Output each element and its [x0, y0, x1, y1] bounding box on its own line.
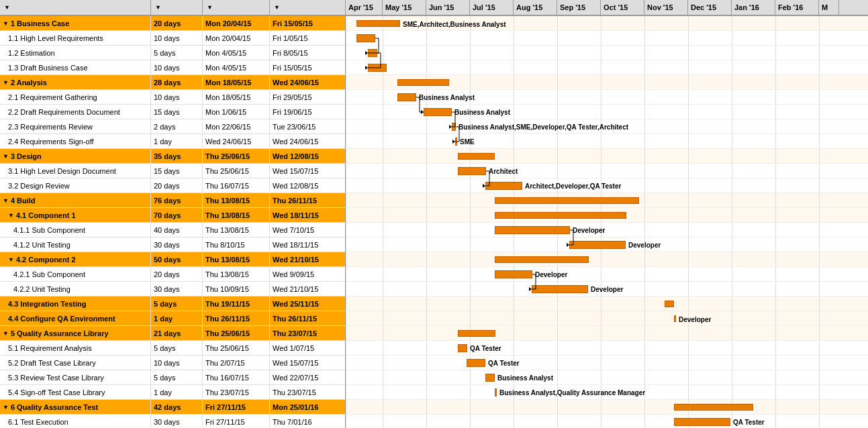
gantt-bar[interactable]: [665, 301, 674, 307]
gantt-bar[interactable]: SME,Architect,Business Analyst: [356, 20, 400, 27]
gantt-bar[interactable]: Business Analyst,SME,Developer,QA Tester…: [452, 123, 456, 131]
gantt-bar[interactable]: [458, 330, 495, 337]
task-row[interactable]: ▼ 4.2 Component 2 50 days Thu 13/08/15 W…: [0, 252, 345, 267]
task-row[interactable]: ▼ 2 Analysis 28 days Mon 18/05/15 Wed 24…: [0, 75, 345, 90]
cell-finish: Mon 25/01/16: [270, 400, 337, 414]
gantt-bar[interactable]: Developer: [674, 315, 676, 322]
gantt-bar[interactable]: QA Tester: [458, 344, 467, 352]
gantt-row: [346, 60, 868, 75]
gantt-bar[interactable]: [397, 79, 449, 86]
task-row[interactable]: 2.2 Draft Requirements Document 15 days …: [0, 105, 345, 119]
task-row[interactable]: 6.1 Test Execution 30 days Fri 27/11/15 …: [0, 415, 345, 428]
start-sort-icon[interactable]: ▼: [207, 4, 213, 11]
gantt-bar[interactable]: SME: [455, 138, 457, 146]
cell-finish: Thu 26/11/15: [270, 193, 337, 207]
grid-line: [819, 282, 820, 296]
gantt-bar[interactable]: Business Analyst: [485, 374, 495, 382]
task-row[interactable]: 4.2.1 Sub Component 20 days Thu 13/08/15…: [0, 267, 345, 282]
cell-start: Mon 20/04/15: [203, 31, 270, 45]
expand-icon[interactable]: ▼: [3, 330, 9, 337]
task-row[interactable]: ▼ 4.1 Component 1 70 days Thu 13/08/15 W…: [0, 208, 345, 223]
task-row[interactable]: 2.1 Requirement Gathering 10 days Mon 18…: [0, 90, 345, 105]
task-row[interactable]: 3.2 Design Review 20 days Thu 16/07/15 W…: [0, 178, 345, 193]
expand-icon[interactable]: ▼: [3, 153, 9, 160]
grid-line: [732, 60, 732, 74]
task-row[interactable]: 2.3 Requirements Review 2 days Mon 22/06…: [0, 119, 345, 134]
task-row[interactable]: ▼ 5 Quality Assurance Library 21 days Th…: [0, 326, 345, 341]
task-row[interactable]: 4.1.2 Unit Testing 30 days Thu 8/10/15 W…: [0, 237, 345, 252]
task-row[interactable]: 4.1.1 Sub Component 40 days Thu 13/08/15…: [0, 223, 345, 237]
task-row[interactable]: 4.2.2 Unit Testing 30 days Thu 10/09/15 …: [0, 282, 345, 297]
duration-value: 10 days: [154, 359, 180, 367]
duration-sort-icon[interactable]: ▼: [155, 4, 161, 11]
task-sort-icon[interactable]: ▼: [4, 4, 10, 11]
expand-icon[interactable]: ▼: [3, 79, 9, 86]
gantt-bar[interactable]: Developer: [569, 241, 626, 249]
expand-icon[interactable]: ▼: [8, 212, 14, 219]
cell-finish: Wed 15/07/15: [270, 164, 337, 178]
task-row[interactable]: 5.4 Sign-off Test Case Library 1 day Thu…: [0, 385, 345, 400]
expand-icon[interactable]: ▼: [3, 20, 9, 27]
task-row[interactable]: 4.3 Integration Testing 5 days Thu 19/11…: [0, 297, 345, 311]
grid-line: [557, 105, 558, 119]
gantt-bar[interactable]: QA Tester: [674, 418, 730, 426]
grid-line: [775, 415, 776, 428]
gantt-bar[interactable]: [495, 197, 639, 204]
col-duration-header[interactable]: ▼: [151, 0, 203, 15]
gantt-bar[interactable]: Architect: [458, 167, 486, 175]
grid-line: [644, 60, 645, 74]
start-value: Thu 13/08/15: [205, 197, 250, 205]
cell-task-name: 6.1 Test Execution: [0, 415, 151, 428]
task-row[interactable]: 3.1 High Level Design Document 15 days T…: [0, 164, 345, 178]
grid-line: [346, 356, 346, 370]
task-row[interactable]: 5.1 Requirement Analysis 5 days Thu 25/0…: [0, 341, 345, 356]
gantt-bar[interactable]: Developer: [495, 226, 570, 234]
task-row[interactable]: 5.3 Review Test Case Library 5 days Thu …: [0, 370, 345, 385]
cell-task-name: 4.1.1 Sub Component: [0, 223, 151, 237]
grid-line: [644, 75, 645, 89]
gantt-bar[interactable]: [458, 153, 495, 160]
expand-icon[interactable]: ▼: [3, 404, 9, 411]
task-row[interactable]: 1.3 Draft Business Case 10 days Mon 4/05…: [0, 60, 345, 75]
gantt-bar[interactable]: [674, 404, 753, 411]
grid-line: [775, 385, 776, 399]
gantt-bar[interactable]: [495, 212, 626, 219]
gantt-bar[interactable]: Business Analyst: [397, 93, 416, 101]
cell-duration: 30 days: [151, 282, 203, 296]
expand-icon[interactable]: ▼: [3, 197, 9, 204]
task-row[interactable]: 1.2 Estimation 5 days Mon 4/05/15 Fri 8/…: [0, 46, 345, 60]
gantt-bar[interactable]: [356, 34, 375, 42]
gantt-bar[interactable]: Developer: [495, 270, 532, 278]
task-row[interactable]: ▼ 4 Build 76 days Thu 13/08/15 Thu 26/11…: [0, 193, 345, 208]
col-task-header[interactable]: ▼: [0, 0, 151, 15]
gantt-bar[interactable]: Developer: [532, 285, 588, 293]
gantt-bar[interactable]: Architect,Developer,QA Tester: [485, 182, 522, 190]
gantt-bar[interactable]: [495, 256, 589, 263]
gantt-bar[interactable]: [368, 64, 387, 72]
grid-line: [346, 90, 346, 104]
task-row[interactable]: 2.4 Requirements Sign-off 1 day Wed 24/0…: [0, 134, 345, 149]
col-start-header[interactable]: ▼: [203, 0, 270, 15]
gantt-bar[interactable]: QA Tester: [467, 359, 485, 367]
task-row[interactable]: 1.1 High Level Requirements 10 days Mon …: [0, 31, 345, 46]
col-finish-header[interactable]: ▼: [270, 0, 337, 15]
grid-line: [819, 119, 820, 133]
finish-value: Mon 25/01/16: [273, 403, 318, 411]
grid-line: [426, 415, 427, 428]
gantt-header: Apr '15May '15Jun '15Jul '15Aug '15Sep '…: [346, 0, 868, 16]
start-value: Thu 10/09/15: [205, 285, 249, 293]
finish-sort-icon[interactable]: ▼: [274, 4, 280, 11]
gantt-bar[interactable]: Business Analyst,Quality Assurance Manag…: [495, 388, 497, 396]
task-row[interactable]: ▼ 6 Quality Assurance Test 42 days Fri 2…: [0, 400, 345, 415]
task-row[interactable]: 5.2 Draft Test Case Library 10 days Thu …: [0, 356, 345, 370]
gantt-row: Developer: [346, 267, 868, 282]
task-row[interactable]: 4.4 Configure QA Environment 1 day Thu 2…: [0, 311, 345, 326]
cell-finish: Wed 24/06/15: [270, 134, 337, 148]
task-row[interactable]: ▼ 1 Business Case 20 days Mon 20/04/15 F…: [0, 16, 345, 31]
task-row[interactable]: ▼ 3 Design 35 days Thu 25/06/15 Wed 12/0…: [0, 149, 345, 164]
gantt-area[interactable]: Apr '15May '15Jun '15Jul '15Aug '15Sep '…: [346, 0, 868, 428]
gantt-bar[interactable]: Business Analyst: [424, 108, 452, 116]
gantt-bar[interactable]: [368, 49, 377, 57]
expand-icon[interactable]: ▼: [8, 256, 14, 263]
grid-line: [732, 252, 732, 266]
